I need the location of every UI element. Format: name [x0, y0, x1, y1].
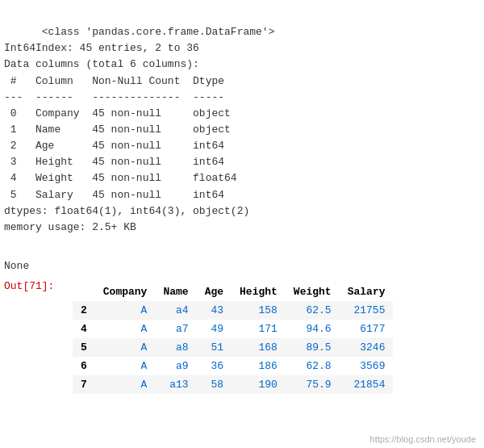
table-cell: 51 [197, 338, 232, 357]
table-cell: 62.5 [286, 301, 340, 320]
table-cell: a4 [155, 301, 196, 320]
col-header-salary: Salary [340, 283, 394, 301]
table-row: 4Aa74917194.66177 [73, 320, 393, 338]
line-col4: 4 Weight 45 non-null float64 [4, 172, 237, 184]
table-cell: 3569 [340, 357, 394, 375]
table-cell: 171 [232, 320, 286, 338]
table-header-row: Company Name Age Height Weight Salary [73, 283, 393, 301]
table-cell: 6 [73, 357, 95, 375]
table-row: 2Aa44315862.521755 [73, 301, 393, 320]
col-header-index [73, 283, 95, 301]
line-dtypes: dtypes: float64(1), int64(3), object(2) [4, 205, 249, 217]
table-cell: 49 [197, 320, 232, 338]
line-col0: 0 Company 45 non-null object [4, 107, 231, 119]
table-cell: 4 [73, 320, 95, 338]
table-cell: a13 [155, 375, 196, 394]
dataframe-table: Company Name Age Height Weight Salary 2A… [73, 283, 393, 394]
table-cell: A [95, 357, 156, 375]
col-header-name: Name [155, 283, 196, 301]
line-memory: memory usage: 2.5+ KB [4, 221, 136, 233]
line-col2: 2 Age 45 non-null int64 [4, 140, 224, 152]
table-cell: a8 [155, 338, 196, 357]
col-header-weight: Weight [286, 283, 340, 301]
table-cell: 89.5 [286, 338, 340, 357]
table-cell: 62.8 [286, 357, 340, 375]
table-cell: 168 [232, 338, 286, 357]
table-cell: 43 [197, 301, 232, 320]
table-cell: A [95, 375, 156, 394]
table-cell: 21854 [340, 375, 394, 394]
table-cell: A [95, 301, 156, 320]
line-col3: 3 Height 45 non-null int64 [4, 156, 224, 168]
table-cell: 190 [232, 375, 286, 394]
none-output: None [4, 260, 476, 272]
table-cell: A [95, 320, 156, 338]
table-row: 5Aa85116889.53246 [73, 338, 393, 357]
line-class: <class 'pandas.core.frame.DataFrame'> [42, 26, 275, 38]
code-output: <class 'pandas.core.frame.DataFrame'> In… [4, 8, 476, 252]
table-cell: 2 [73, 301, 95, 320]
col-header-company: Company [95, 283, 156, 301]
table-row: 6Aa93618662.83569 [73, 357, 393, 375]
table-row: 7Aa135819075.921854 [73, 375, 393, 394]
table-cell: 94.6 [286, 320, 340, 338]
table-cell: 6177 [340, 320, 394, 338]
table-cell: a9 [155, 357, 196, 375]
table-cell: A [95, 338, 156, 357]
table-cell: 5 [73, 338, 95, 357]
table-cell: 158 [232, 301, 286, 320]
table-cell: 186 [232, 357, 286, 375]
table-cell: a7 [155, 320, 196, 338]
table-cell: 75.9 [286, 375, 340, 394]
col-header-age: Age [197, 283, 232, 301]
table-cell: 3246 [340, 338, 394, 357]
line-sep: --- ------ -------------- ----- [4, 91, 224, 103]
line-col1: 1 Name 45 non-null object [4, 124, 231, 136]
line-header: # Column Non-Null Count Dtype [4, 75, 224, 87]
table-cell: 21755 [340, 301, 394, 320]
table-cell: 58 [197, 375, 232, 394]
col-header-height: Height [232, 283, 286, 301]
line-col5: 5 Salary 45 non-null int64 [4, 189, 224, 201]
out-label: Out[71]: [4, 278, 65, 394]
watermark: https://blog.csdn.net/youde [370, 434, 476, 444]
line-index: Int64Index: 45 entries, 2 to 36 [4, 42, 199, 54]
table-cell: 7 [73, 375, 95, 394]
table-cell: 36 [197, 357, 232, 375]
line-data: Data columns (total 6 columns): [4, 58, 199, 70]
